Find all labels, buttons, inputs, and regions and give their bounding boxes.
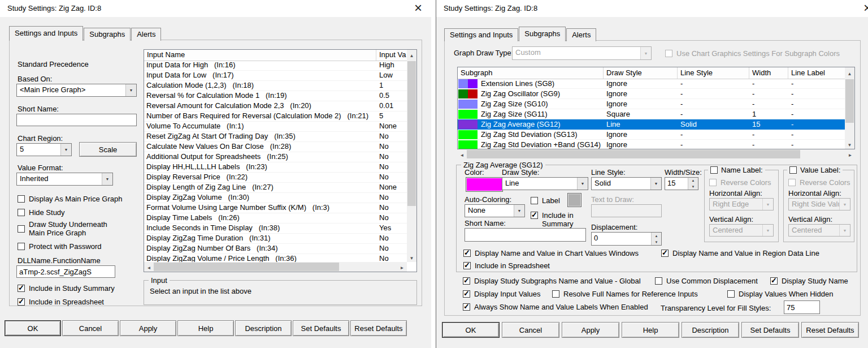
- input-row[interactable]: Display ZigZag Time Duration (In:31) No: [144, 234, 407, 244]
- input-row[interactable]: Display Length of Zig Zag Line (In:27) N…: [144, 183, 407, 193]
- checkbox-box[interactable]: [463, 250, 471, 257]
- input-row[interactable]: Include Seconds in Time Display (In:38) …: [144, 224, 407, 234]
- checkbox-box[interactable]: [18, 209, 25, 216]
- title-bar[interactable]: Study Settings: Zig Zag. ID:8: [436, 0, 868, 17]
- scrollbar-thumb[interactable]: [407, 61, 416, 206]
- value-format-select[interactable]: Inherited: [16, 173, 113, 186]
- subgraph-row[interactable]: Zig Zag Std Deviation +Band (SG14) Ignor…: [458, 140, 845, 149]
- scroll-down-button[interactable]: [407, 252, 416, 262]
- input-row[interactable]: Volume To Accumulate (In:1) None: [144, 122, 407, 132]
- checkbox-include-in-spreadsheet[interactable]: Include in Spreadsheet: [463, 261, 550, 270]
- checkbox-box[interactable]: [18, 195, 25, 203]
- set-defaults-button[interactable]: Set Defaults: [741, 322, 799, 338]
- transparency-level-input[interactable]: [784, 300, 820, 314]
- checkbox-box[interactable]: [710, 166, 718, 174]
- column-header-subgraph[interactable]: Subgraph: [458, 67, 604, 79]
- description-button[interactable]: Description: [682, 322, 739, 338]
- checkbox-display-as-main-price-graph[interactable]: Display As Main Price Graph: [18, 195, 122, 203]
- input-row[interactable]: Reset ZigZag At Start Of Trading Day (In…: [144, 132, 407, 142]
- checkbox-box[interactable]: [531, 212, 538, 219]
- apply-button[interactable]: Apply: [562, 322, 619, 338]
- scroll-up-button[interactable]: [845, 67, 854, 79]
- checkbox-box[interactable]: [18, 243, 25, 250]
- checkbox-always-show-name-value-labels[interactable]: Always Show Name and Value Labels When E…: [463, 303, 648, 311]
- displacement-spinner[interactable]: 0: [591, 232, 662, 246]
- input-row[interactable]: Reversal Amount for Calculation Mode 2,3…: [144, 101, 407, 111]
- chevron-down-icon[interactable]: [650, 178, 661, 190]
- vertical-scrollbar[interactable]: [407, 61, 416, 262]
- auto-coloring-select[interactable]: None: [465, 204, 525, 217]
- scroll-left-button[interactable]: [457, 149, 467, 159]
- subgraph-row[interactable]: Zig Zag Size (SG11) Square - 1 -: [458, 109, 845, 119]
- scroll-up-button[interactable]: [407, 50, 416, 61]
- chevron-down-icon[interactable]: [514, 205, 524, 217]
- scrollbar-track[interactable]: [154, 262, 397, 272]
- checkbox-box[interactable]: [463, 262, 471, 269]
- subgraph-row[interactable]: Extension Lines (SG8) Ignore - - -: [458, 79, 845, 89]
- checkbox-display-name-value-region-data-line[interactable]: Display Name and Value in Region Data Li…: [661, 249, 819, 257]
- subgraph-row[interactable]: Zig Zag Std Deviation (SG13) Ignore - - …: [458, 130, 845, 140]
- tab-subgraphs[interactable]: Subgraphs: [519, 27, 566, 41]
- checkbox-protect-with-password[interactable]: Protect with Password: [18, 242, 102, 251]
- label-color-swatch-button[interactable]: [567, 193, 581, 207]
- cancel-button[interactable]: Cancel: [502, 322, 559, 338]
- tab-settings-and-inputs[interactable]: Settings and Inputs: [9, 26, 83, 41]
- input-row[interactable]: Display ZigZag Volume (In:30) No: [144, 193, 407, 203]
- subgraph-short-name-input[interactable]: [465, 228, 586, 242]
- input-row[interactable]: Additional Output for Spreadsheets (In:2…: [144, 152, 407, 162]
- checkbox-box[interactable]: [463, 290, 470, 298]
- scroll-left-button[interactable]: [144, 262, 154, 272]
- checkbox-display-study-subgraphs-global[interactable]: Display Study Subgraphs Name and Value -…: [463, 277, 641, 285]
- checkbox-display-name-value-chart-values[interactable]: Display Name and Value in Chart Values W…: [463, 249, 639, 257]
- scrollbar-thumb[interactable]: [467, 150, 800, 158]
- checkbox-box[interactable]: [18, 225, 25, 233]
- checkbox-resolve-full-names[interactable]: Resolve Full Names for Reference Inputs: [552, 290, 698, 298]
- ok-button[interactable]: OK: [5, 320, 61, 336]
- based-on-select[interactable]: <Main Price Graph>: [16, 84, 137, 97]
- checkbox-value-label[interactable]: Value Label:: [787, 166, 843, 174]
- spinner-down-icon[interactable]: [652, 239, 661, 245]
- color-swatch-button[interactable]: [466, 177, 503, 192]
- subgraph-row[interactable]: Zig Zag Oscillator (SG9) Ignore - - -: [458, 89, 845, 99]
- checkbox-box[interactable]: [655, 277, 662, 285]
- checkbox-include-in-spreadsheet[interactable]: Include in Spreadsheet: [18, 298, 104, 306]
- input-row[interactable]: Reversal % for Calculation Mode 1 (In:19…: [144, 91, 407, 101]
- checkbox-hide-study[interactable]: Hide Study: [18, 208, 65, 217]
- checkbox-include-in-summary[interactable]: Include in Summary: [531, 211, 593, 228]
- checkbox-box[interactable]: [463, 277, 470, 285]
- column-header-width[interactable]: Width: [749, 67, 788, 79]
- checkbox-box[interactable]: [18, 298, 25, 306]
- close-icon[interactable]: [861, 1, 868, 15]
- checkbox-box[interactable]: [18, 285, 25, 292]
- checkbox-use-common-displacement[interactable]: Use Common Displacement: [655, 277, 758, 285]
- scrollbar-thumb[interactable]: [154, 263, 339, 271]
- chevron-down-icon[interactable]: [577, 178, 588, 190]
- spinner-up-icon[interactable]: [652, 233, 661, 239]
- reset-defaults-button[interactable]: Reset Defaults: [350, 320, 407, 336]
- checkbox-display-values-when-hidden[interactable]: Display Values When Hidden: [727, 290, 833, 298]
- help-button[interactable]: Help: [177, 320, 234, 336]
- checkbox-box[interactable]: [661, 250, 669, 257]
- checkbox-box[interactable]: [552, 290, 559, 298]
- checkbox-draw-study-underneath[interactable]: Draw Study Underneath Main Price Graph: [18, 220, 125, 237]
- cancel-button[interactable]: Cancel: [62, 320, 119, 336]
- subgraph-row[interactable]: Zig Zag Size (SG10) Ignore - - -: [458, 99, 845, 109]
- apply-button[interactable]: Apply: [120, 320, 176, 336]
- chevron-down-icon[interactable]: [60, 144, 71, 156]
- chevron-down-icon[interactable]: [102, 173, 112, 185]
- input-row[interactable]: Display ZigZag Volume / Price Length (In…: [144, 254, 407, 262]
- horizontal-scrollbar[interactable]: [144, 262, 407, 272]
- scrollbar-track[interactable]: [467, 149, 845, 159]
- scroll-right-button[interactable]: [397, 262, 407, 272]
- column-header-line-label[interactable]: Line Label: [788, 67, 845, 79]
- subgraph-row[interactable]: Zig Zag Average (SG12) Line Solid 15 -: [458, 119, 845, 130]
- column-header-input-value[interactable]: Input Va: [376, 50, 407, 61]
- close-icon[interactable]: [411, 1, 425, 15]
- checkbox-box[interactable]: [789, 166, 797, 174]
- checkbox-box[interactable]: [531, 197, 538, 204]
- draw-style-select[interactable]: Line: [502, 177, 588, 190]
- tab-settings-and-inputs[interactable]: Settings and Inputs: [444, 28, 518, 41]
- scroll-right-button[interactable]: [845, 149, 855, 159]
- tab-alerts[interactable]: Alerts: [566, 28, 596, 41]
- column-header-draw-style[interactable]: Draw Style: [604, 67, 678, 79]
